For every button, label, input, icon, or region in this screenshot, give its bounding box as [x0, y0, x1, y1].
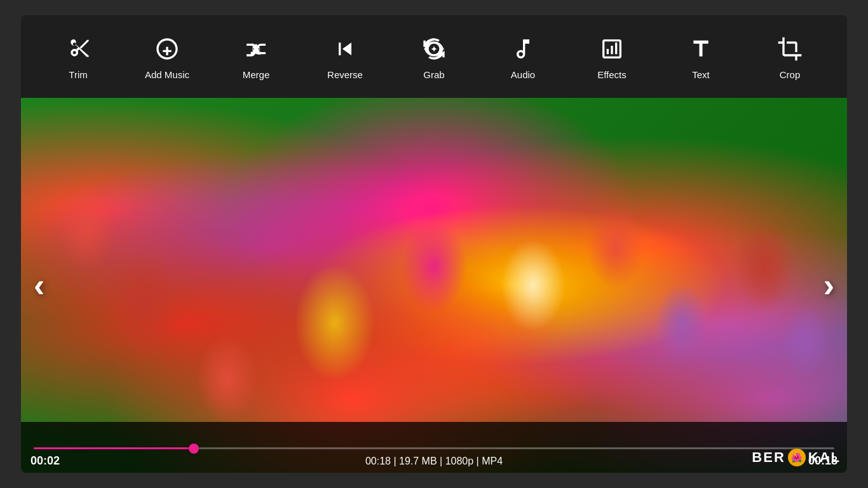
- toolbar-item-add-music[interactable]: Add Music: [123, 34, 212, 80]
- audio-icon: [508, 34, 538, 64]
- watermark-icon: 🌺: [788, 449, 806, 466]
- reverse-icon: [330, 34, 360, 64]
- prev-arrow[interactable]: ‹: [34, 269, 44, 302]
- toolbar-item-audio[interactable]: Audio: [478, 34, 567, 80]
- flowers-overlay: [21, 98, 847, 473]
- text-icon: [686, 34, 716, 64]
- progress-thumb[interactable]: [189, 444, 199, 454]
- watermark-text-2: KAL: [808, 449, 841, 466]
- trim-label: Trim: [69, 69, 87, 80]
- progress-container[interactable]: [21, 447, 847, 449]
- progress-track[interactable]: [34, 447, 834, 449]
- crop-label: Crop: [780, 69, 801, 80]
- reverse-label: Reverse: [327, 69, 363, 80]
- grab-label: Grab: [423, 69, 444, 80]
- progress-fill: [34, 447, 194, 449]
- toolbar-item-effects[interactable]: Effects: [567, 34, 656, 80]
- add-music-label: Add Music: [145, 69, 189, 80]
- effects-label: Effects: [597, 69, 627, 80]
- watermark-text-1: BER: [752, 449, 785, 466]
- text-label: Text: [692, 69, 710, 80]
- toolbar-item-text[interactable]: Text: [656, 34, 745, 80]
- toolbar-item-trim[interactable]: Trim: [34, 34, 123, 80]
- toolbar: Trim Add Music Merge: [21, 15, 847, 98]
- grab-icon: [419, 34, 449, 64]
- next-arrow[interactable]: ›: [824, 269, 834, 302]
- add-music-icon: [152, 34, 182, 64]
- video-area: ‹ › 00:02 00:18 | 19.7 MB | 1080p | MP4 …: [21, 98, 847, 473]
- effects-icon: [597, 34, 627, 64]
- audio-label: Audio: [511, 69, 535, 80]
- toolbar-item-grab[interactable]: Grab: [390, 34, 478, 80]
- time-info-row: 00:02 00:18 | 19.7 MB | 1080p | MP4 00:1…: [21, 454, 847, 468]
- bottom-bar: 00:02 00:18 | 19.7 MB | 1080p | MP4 00:1…: [21, 422, 847, 473]
- merge-icon: [241, 34, 271, 64]
- app-container: Trim Add Music Merge: [21, 15, 847, 473]
- toolbar-item-crop[interactable]: Crop: [745, 34, 834, 80]
- toolbar-item-merge[interactable]: Merge: [212, 34, 301, 80]
- trim-icon: [63, 34, 93, 64]
- time-current: 00:02: [31, 454, 60, 468]
- merge-label: Merge: [243, 69, 270, 80]
- time-meta: 00:18 | 19.7 MB | 1080p | MP4: [365, 456, 503, 467]
- toolbar-item-reverse[interactable]: Reverse: [301, 34, 390, 80]
- watermark: BER 🌺 KAL: [752, 449, 841, 466]
- crop-icon: [775, 34, 805, 64]
